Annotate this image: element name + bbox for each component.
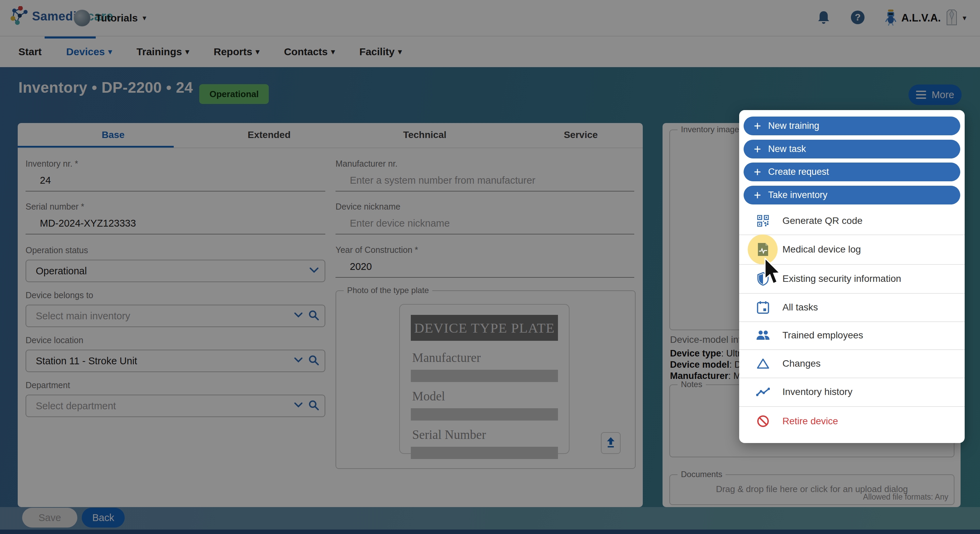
block-icon xyxy=(756,415,770,428)
plus-icon: + xyxy=(754,165,768,179)
people-icon xyxy=(756,330,770,341)
menu-item-generate-qr-code[interactable]: Generate QR code xyxy=(739,207,965,234)
menu-item-inventory-history[interactable]: Inventory history xyxy=(739,378,965,406)
menu-item-all-tasks[interactable]: All tasks xyxy=(739,293,965,321)
chart-line-icon xyxy=(756,387,770,396)
triangle-icon xyxy=(756,358,770,369)
menu-item-changes[interactable]: Changes xyxy=(739,349,965,378)
menu-item-trained-employees[interactable]: Trained employees xyxy=(739,321,965,349)
new-task-button[interactable]: + New task xyxy=(744,140,960,158)
mouse-cursor xyxy=(764,258,783,287)
plus-icon: + xyxy=(754,142,768,156)
qr-code-icon xyxy=(756,215,770,226)
medical-log-icon xyxy=(756,242,770,257)
plus-icon: + xyxy=(754,188,768,202)
calendar-icon xyxy=(756,301,770,314)
create-request-button[interactable]: + Create request xyxy=(744,163,960,181)
plus-icon: + xyxy=(754,119,768,133)
menu-item-retire-device[interactable]: Retire device xyxy=(739,406,965,436)
take-inventory-button[interactable]: + Take inventory xyxy=(744,186,960,204)
new-training-button[interactable]: + New training xyxy=(744,116,960,135)
